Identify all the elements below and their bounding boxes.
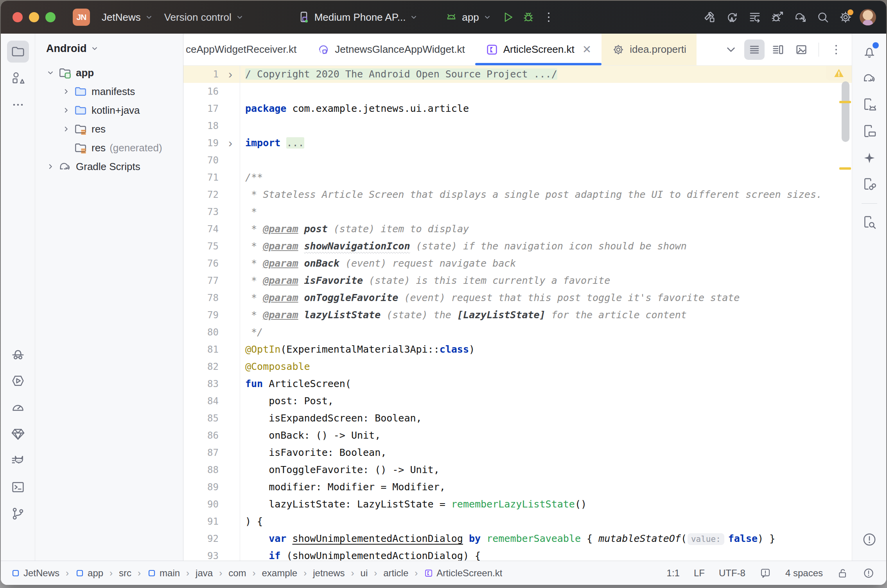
warning-stripe-mark[interactable]: [839, 167, 851, 170]
tree-item-label: Gradle Scripts: [76, 161, 140, 173]
build-button[interactable]: [701, 9, 718, 26]
breadcrumb-jetnews-pkg[interactable]: jetnews: [313, 568, 345, 579]
editor-view-split-button[interactable]: [768, 39, 788, 60]
tree-item-app[interactable]: app: [35, 63, 183, 82]
tool-window-gradle-button[interactable]: [858, 67, 880, 89]
tree-item-manifests[interactable]: manifests: [35, 82, 183, 101]
gradle-sync-button[interactable]: [792, 9, 809, 26]
debug-button[interactable]: [520, 9, 537, 26]
breadcrumb-main[interactable]: main: [147, 568, 180, 579]
chevron-right-icon[interactable]: [59, 87, 73, 96]
tool-window-project-button[interactable]: [7, 41, 29, 63]
fold-chevron-icon[interactable]: ›: [221, 135, 240, 151]
close-tab-button[interactable]: ✕: [582, 44, 591, 55]
code-text: if (showUnimplementedActionDialog) {: [240, 547, 852, 561]
caret-position-widget[interactable]: 1:1: [667, 568, 680, 579]
chevron-right-icon[interactable]: [59, 125, 73, 133]
line-separator-widget[interactable]: LF: [694, 568, 705, 579]
gem-icon: [10, 426, 26, 442]
line-number: 80: [183, 327, 221, 338]
breadcrumb-example[interactable]: example: [262, 568, 297, 579]
editor-view-code-button[interactable]: [744, 39, 765, 60]
inspections-widget[interactable]: [826, 66, 852, 81]
user-avatar[interactable]: [860, 9, 876, 25]
chevron-right-icon[interactable]: [44, 162, 57, 171]
gemini-button[interactable]: [858, 147, 880, 169]
editor-scrollbar-thumb[interactable]: [842, 81, 849, 142]
file-lock-widget[interactable]: [837, 567, 849, 579]
breadcrumb-separator: ›: [414, 568, 418, 579]
strip-divider: [862, 203, 877, 204]
gutter: 1›: [183, 66, 240, 83]
editor-more-options-button[interactable]: [826, 39, 846, 60]
tree-item-gradle-scripts[interactable]: Gradle Scripts: [35, 157, 183, 176]
project-view-selector[interactable]: Android: [35, 38, 183, 59]
indent-widget[interactable]: 4 spaces: [785, 568, 823, 579]
device-selector[interactable]: Medium Phone AP...: [293, 7, 423, 27]
tool-window-device-mirror-button[interactable]: [858, 174, 880, 195]
breadcrumb-java[interactable]: java: [196, 568, 213, 579]
attach-debugger-button[interactable]: [769, 9, 786, 26]
encoding-widget[interactable]: UTF-8: [719, 568, 745, 579]
tab-list-dropdown-button[interactable]: [721, 39, 741, 60]
tree-item-res-generated[interactable]: res (generated): [35, 138, 183, 157]
tool-window-running-devices-button[interactable]: [858, 120, 880, 142]
tab-glanceappwidgetreceiver[interactable]: ceAppWidgetReceiver.kt: [183, 34, 307, 65]
breadcrumb-articlescreen[interactable]: ArticleScreen.kt: [424, 568, 502, 579]
problems-indicator[interactable]: [863, 567, 874, 579]
code-line-82: 82@Composable: [183, 358, 852, 375]
zoom-window-button[interactable]: [45, 12, 56, 22]
chevron-right-icon[interactable]: [59, 106, 73, 115]
chevron-down-icon: [483, 13, 492, 22]
sync-run-configurations-button[interactable]: [724, 9, 741, 26]
breadcrumb-ui[interactable]: ui: [361, 568, 368, 579]
tool-window-app-quality-insights-button[interactable]: [7, 343, 29, 365]
tab-articlescreen-active[interactable]: ArticleScreen.kt ✕: [475, 34, 602, 65]
project-menu[interactable]: JetNews: [96, 7, 159, 27]
warning-stripe-mark[interactable]: [839, 101, 851, 103]
editor-view-design-button[interactable]: [791, 39, 812, 60]
code-editor[interactable]: 1›/ Copyright 2020 The Android Open Sour…: [183, 66, 852, 561]
tool-window-device-manager-button[interactable]: [858, 94, 880, 116]
breadcrumb-src[interactable]: src: [119, 568, 131, 579]
gutter: 18: [183, 117, 240, 134]
editor-tab-tools: [721, 34, 852, 65]
close-window-button[interactable]: [13, 12, 23, 22]
titlebar-more-button[interactable]: [540, 9, 557, 26]
sparkle-icon: [862, 150, 877, 166]
fold-chevron-icon[interactable]: ›: [221, 66, 240, 82]
tab-idea-properties[interactable]: idea.properti: [602, 34, 697, 65]
breadcrumb-app[interactable]: app: [75, 568, 103, 579]
tool-window-device-explorer-button[interactable]: [858, 212, 880, 233]
search-everywhere-button[interactable]: [814, 9, 831, 26]
breadcrumb-jetnews[interactable]: JetNews: [11, 568, 59, 579]
breadcrumb-com[interactable]: com: [228, 568, 246, 579]
tool-window-more-button[interactable]: [7, 94, 29, 116]
notifications-button[interactable]: [858, 41, 880, 63]
profiler-button[interactable]: [746, 9, 763, 26]
minimize-window-button[interactable]: [29, 12, 39, 22]
breadcrumb-article[interactable]: article: [383, 568, 408, 579]
tool-window-terminal-button[interactable]: [7, 476, 29, 498]
tool-window-logcat-button[interactable]: [7, 450, 29, 471]
tree-item-kotlin-java[interactable]: kotlin+java: [35, 101, 183, 120]
breadcrumb-label: app: [88, 568, 103, 579]
tree-item-res[interactable]: res: [35, 120, 183, 138]
tool-window-problems-button[interactable]: [858, 529, 880, 550]
tree-item-label: res: [92, 142, 106, 154]
chevron-down-icon[interactable]: [44, 68, 57, 77]
tool-window-profiler-button[interactable]: [7, 396, 29, 418]
tool-window-run-button[interactable]: [7, 370, 29, 392]
tool-window-resource-manager-button[interactable]: [7, 67, 29, 89]
highlighting-level-widget[interactable]: [760, 567, 771, 579]
settings-button[interactable]: [837, 9, 854, 26]
run-button[interactable]: [499, 9, 517, 26]
tool-window-version-control-button[interactable]: [7, 503, 29, 525]
unlock-icon: [837, 567, 849, 579]
run-configuration-selector[interactable]: app: [440, 7, 496, 27]
code-line-73: 73 *: [183, 203, 852, 220]
tool-window-app-inspection-button[interactable]: [7, 423, 29, 445]
vcs-menu[interactable]: Version control: [159, 7, 250, 27]
code-text: * @param post (state) item to display: [240, 220, 852, 238]
tab-jetnewsglanceappwidget[interactable]: JetnewsGlanceAppWidget.kt: [307, 34, 475, 65]
